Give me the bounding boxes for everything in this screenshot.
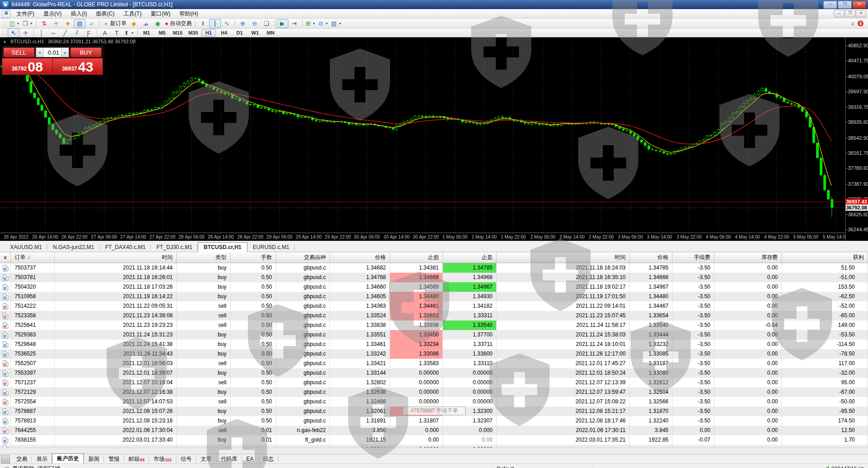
menu-item-5[interactable]: 窗口(W) [146, 9, 175, 19]
indicators-dropdown-icon[interactable]: ▼ [313, 22, 316, 25]
chart-tab-ft-dax40-c-m1[interactable]: FT_DAX40.c,M1 [100, 243, 151, 252]
table-row[interactable]: 75293832021.11.24 15:31:23buy0.50gbpusd.… [0, 330, 868, 340]
mdi-restore-button[interactable]: ❐ [845, 10, 855, 17]
column-header-7[interactable]: 止盈 [443, 252, 497, 263]
terminal-tab-账户历史[interactable]: 账户历史 [52, 453, 84, 464]
table-row[interactable]: 75721292021.12.07 12:16:38buy0.50gbpusd.… [0, 387, 868, 397]
table-row[interactable]: 75725542021.12.07 14:07:53sell0.50gbpusd… [0, 397, 868, 407]
table-row[interactable]: 75109582021.11.19 16:14:22buy0.50gbpusd.… [0, 292, 868, 301]
chart-tab-n-gas-jun22-m1[interactable]: N.GAS-jun22,M1 [47, 243, 100, 252]
drawtool-crosshair-button[interactable]: ✛ [20, 28, 31, 37]
collapse-arrow-icon[interactable]: ▲ [3, 39, 7, 44]
toolbar-chart-line-button[interactable]: ∿ [221, 19, 233, 28]
menu-item-2[interactable]: 插入(I) [66, 9, 91, 19]
terminal-tab-新闻[interactable]: 新闻 [84, 454, 104, 464]
chart-canvas[interactable] [0, 37, 845, 241]
table-row[interactable]: 75365252021.11.26 11:34:43buy0.50gbpusd.… [0, 349, 868, 359]
terminal-tab-邮箱[interactable]: 邮箱53 [124, 454, 149, 464]
drawtool-text-label-button[interactable]: T [111, 28, 123, 37]
toolbar-navigator-button[interactable]: ★ [62, 19, 74, 28]
horizontal-scrollbar[interactable] [0, 448, 868, 454]
terminal-tab-市场[interactable]: 市场112 [149, 454, 176, 464]
column-header-3[interactable]: 手数 [231, 252, 276, 263]
toolbar-market-watch-button[interactable]: ⇅ [38, 19, 50, 28]
toolbar-strategy-tester-button[interactable]: ⌕ [86, 19, 98, 28]
menu-item-3[interactable]: 图表(C) [92, 9, 119, 19]
toolbar-chart-bars-button[interactable]: ǁ [197, 19, 209, 28]
column-header-8[interactable]: 时间 [497, 252, 630, 263]
drawtool-fibonacci-button[interactable]: Ƒ [83, 28, 95, 37]
toolbar-indicators-button[interactable]: ⊞▼ [304, 19, 317, 28]
volume-value[interactable]: 0.01 [44, 48, 61, 57]
terminal-tab-信号[interactable]: 信号 [176, 454, 196, 464]
terminal-tab-警报[interactable]: 警报 [104, 454, 124, 464]
table-row[interactable]: 75037372021.11.18 16:14:44buy0.50gbpusd.… [0, 263, 868, 273]
toolbar-chart-shift-button[interactable]: ⇥ [288, 19, 300, 28]
column-header-11[interactable]: 库存费 [714, 252, 782, 263]
column-header-6[interactable]: 止损 [390, 252, 443, 263]
toolbar-data-window-button[interactable]: ✛ [50, 19, 62, 28]
drawtool-text-button[interactable]: A [99, 28, 111, 37]
notification-badge[interactable]: 1 [858, 20, 863, 26]
mdi-close-button[interactable]: ✕ [856, 10, 866, 17]
profiles-dropdown-icon[interactable]: ▼ [30, 22, 33, 25]
column-header-2[interactable]: 类型 [177, 252, 231, 263]
table-row[interactable]: 76442552022.01.06 17:30:04sell0.01n.gas-… [0, 426, 868, 435]
menu-item-6[interactable]: 帮助(H) [175, 9, 203, 19]
column-header-10[interactable]: 手续费 [673, 252, 714, 263]
table-row[interactable]: 75037812021.11.18 16:26:01buy0.50gbpusd.… [0, 273, 868, 282]
column-header-12[interactable]: 获利 [782, 252, 868, 263]
drawtool-arrows-button[interactable]: ⬆▼ [123, 28, 135, 37]
price-axis[interactable]: 40852.9040471.7540079.0539697.9039316.75… [845, 37, 868, 241]
mdi-minimize-button[interactable]: — [834, 10, 844, 17]
drawtool-trendline-button[interactable]: ╱ [59, 28, 71, 37]
drawtool-horizontal-line-button[interactable]: ─ [47, 28, 59, 37]
terminal-tab-ea[interactable]: EA [242, 455, 258, 463]
timeframe-d1-button[interactable]: D1 [232, 29, 247, 36]
timeframe-m1-button[interactable]: M1 [139, 29, 154, 36]
close-button[interactable]: ✕ [853, 1, 866, 9]
toolbar-chart-candles-button[interactable]: ⫿ [209, 19, 221, 28]
chart-tab-btcusd-cr-h1[interactable]: BTCUSD.cr,H1 [198, 242, 247, 252]
toolbar-grip[interactable] [3, 30, 6, 36]
drawtool-channel-button[interactable]: ⫽ [71, 28, 83, 37]
buy-button[interactable]: BUY [70, 47, 102, 57]
toolbar-autotrading-button[interactable]: ●自动交易 [164, 19, 193, 28]
menu-item-1[interactable]: 显示(V) [39, 9, 66, 19]
toolbar-auto-scroll-button[interactable]: ▶ [277, 19, 288, 28]
toolbar-terminal-button[interactable]: ▤ [74, 19, 86, 28]
chart-tab-ft-dj30-c-m1[interactable]: FT_DJ30.c,M1 [151, 243, 198, 252]
periods-dropdown-icon[interactable]: ▼ [325, 22, 328, 25]
minimize-button[interactable]: — [823, 1, 837, 9]
table-row[interactable]: 75142222021.11.22 09:05:31sell0.50gbpusd… [0, 301, 868, 311]
column-header-9[interactable]: 价格 [630, 252, 673, 263]
timeframe-h1-button[interactable]: H1 [201, 29, 216, 36]
table-row[interactable]: 78381552022.03.01 17:33:40buy0.01ft_gold… [0, 435, 868, 445]
toolbar-tile-windows-button[interactable]: ❏ [261, 19, 272, 28]
table-row[interactable]: 75712372021.12.07 10:16:04sell0.50gbpusd… [0, 378, 868, 387]
volume-increase-icon[interactable]: ▲ [61, 48, 69, 57]
toolbar-metaeditor-button[interactable]: ◆ [128, 19, 140, 28]
sell-button[interactable]: SELL [3, 47, 35, 57]
search-icon[interactable]: ⌕ [851, 20, 855, 27]
toolbar-new-chart-button[interactable]: ◫▼ [8, 19, 21, 28]
column-header-1[interactable]: 时间 [55, 252, 177, 263]
timeframe-mn-button[interactable]: MN [263, 29, 278, 36]
toolbar-experts-button[interactable]: ☁ [140, 19, 152, 28]
bid-price-display[interactable]: 36792 08 [2, 58, 53, 75]
menu-item-0[interactable]: 文件(F) [12, 9, 39, 19]
timeframe-w1-button[interactable]: W1 [248, 29, 262, 36]
arrows-dropdown-icon[interactable]: ▼ [131, 31, 134, 35]
volume-stepper[interactable]: ▼ 0.01 ▲ [36, 47, 69, 57]
terminal-tab-日志[interactable]: 日志 [258, 454, 278, 464]
terminal-tab-交易[interactable]: 交易 [12, 454, 32, 464]
drawtool-cursor-button[interactable]: ↖ [8, 28, 20, 37]
column-header-4[interactable]: 交易品种 [276, 252, 330, 263]
column-header-0[interactable]: 订单/ [11, 252, 55, 263]
timeframe-m15-button[interactable]: M15 [170, 29, 185, 36]
menu-item-4[interactable]: 工具(T) [119, 9, 146, 19]
timeframe-m30-button[interactable]: M30 [186, 29, 200, 36]
volume-decrease-icon[interactable]: ▼ [36, 48, 44, 57]
toolbar-templates-button[interactable]: ▧▼ [329, 19, 343, 28]
drawtool-vertical-line-button[interactable]: │ [36, 28, 47, 37]
